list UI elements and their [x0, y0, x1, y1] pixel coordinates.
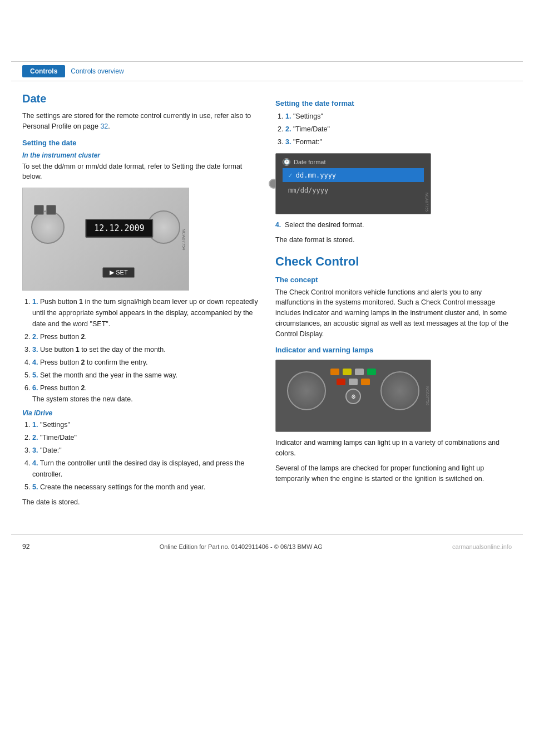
concept-title: The concept [275, 276, 512, 284]
step4-format: 4. Select the desired format. [275, 220, 512, 230]
page-ref-link[interactable]: 32 [100, 122, 108, 130]
warn-gauge-right [380, 371, 419, 410]
format-step-2: 2. "Time/Date" [285, 124, 512, 135]
df-title-bar: 🕐 Date format [283, 158, 424, 166]
step-2: 2. Press button 2. [32, 331, 259, 342]
warn-watermark: NCA07756 [426, 386, 429, 405]
df-option2: mm/dd/yyyy [283, 184, 424, 197]
instrument-cluster-image: 12.12.2009 ▶ SET NCA07754 [22, 188, 189, 291]
date-format-image-container: 🕐 Date format ✓ dd.mm.yyyy mm/dd/yyyy NC… [275, 153, 431, 214]
cluster-gauge-left [31, 210, 65, 244]
date-format-dialog: 🕐 Date format ✓ dd.mm.yyyy mm/dd/yyyy NC… [275, 153, 431, 214]
setting-date-format-title: Setting the date format [275, 99, 512, 107]
format-step-1: 1. "Settings" [285, 111, 512, 122]
warning-text1: Indicator and warning lamps can light up… [275, 438, 512, 459]
instrument-steps-list: 1. Push button 1 in the turn signal/high… [22, 296, 259, 405]
right-column: Setting the date format 1. "Settings" 2.… [275, 92, 512, 512]
cluster-btn-2 [46, 205, 56, 215]
warn-lamp-2 [343, 369, 352, 375]
step-3: 3. Use button 1 to set the day of the mo… [32, 344, 259, 355]
warn-lamp-4 [367, 369, 376, 375]
page-number: 92 [22, 543, 29, 551]
warn-lamp-3 [355, 369, 364, 375]
warn-row-2 [337, 379, 370, 385]
footer-copyright: Online Edition for Part no. 01402911406 … [29, 543, 452, 550]
df-selected-option: ✓ dd.mm.yyyy [283, 168, 424, 182]
df-icon: 🕐 [283, 158, 290, 166]
indicator-warning-title: Indicator and warning lamps [275, 346, 512, 354]
warn-row-1 [330, 369, 376, 375]
check-control-title: Check Control [275, 254, 512, 269]
step-1: 1. Push button 1 in the turn signal/high… [32, 296, 259, 330]
step-4: 4. Press button 2 to confirm the entry. [32, 357, 259, 368]
cluster-bg: 12.12.2009 ▶ SET NCA07754 [23, 188, 189, 290]
idrive-step-2: 2. "Time/Date" [32, 432, 259, 443]
warn-lamp-5 [337, 379, 345, 385]
warn-lamp-1 [330, 369, 339, 375]
format-steps-list: 1. "Settings" 2. "Time/Date" 3. "Format:… [275, 111, 512, 148]
section-label: Controls [22, 65, 65, 77]
idrive-step-5: 5. Create the necessary settings for the… [32, 482, 259, 493]
idrive-step-1: 1. "Settings" [32, 419, 259, 430]
cluster-set-label: ▶ SET [102, 267, 135, 278]
setting-date-title: Setting the date [22, 139, 259, 147]
warning-lamps-image: ⚙ NCA07756 [275, 360, 431, 432]
date-section-title: Date [22, 92, 259, 105]
breadcrumb-bar: Controls Controls overview [11, 61, 523, 81]
main-content: Date The settings are stored for the rem… [11, 81, 523, 523]
idrive-step-4: 4. Turn the controller until the desired… [32, 458, 259, 480]
warn-center: ⚙ [330, 369, 376, 404]
cluster-buttons [34, 205, 56, 215]
instrument-cluster-text: To set the dd/mm or mm/dd date format, r… [22, 161, 259, 183]
warn-circle: ⚙ [345, 389, 361, 404]
cluster-btn-1 [34, 205, 44, 215]
step-6: 6. Press button 2.The system stores the … [32, 382, 259, 405]
concept-text: The Check Control monitors vehicle funct… [275, 287, 512, 340]
via-idrive-subtitle: Via iDrive [22, 409, 259, 417]
warn-lamp-7 [361, 379, 370, 385]
left-column: Date The settings are stored for the rem… [22, 92, 259, 512]
cluster-side-label: NCA07754 [181, 228, 186, 250]
date-stored-text: The date is stored. [22, 497, 259, 508]
idrive-steps-list: 1. "Settings" 2. "Time/Date" 3. "Date:" … [22, 419, 259, 493]
breadcrumb-text: Controls overview [71, 67, 123, 75]
warning-text2: Several of the lamps are checked for pro… [275, 463, 512, 484]
footer-logo: carmanualsonline.info [452, 543, 512, 550]
df-watermark: NCA07755 [425, 193, 429, 212]
cluster-display: 12.12.2009 [85, 219, 153, 238]
idrive-step-3: 3. "Date:" [32, 445, 259, 456]
intro-text: The settings are stored for the remote c… [22, 111, 259, 132]
format-stored-text: The date format is stored. [275, 235, 512, 246]
format-step-3: 3. "Format:" [285, 136, 512, 148]
warn-gauge-left [287, 371, 326, 410]
df-checkmark: ✓ [288, 171, 293, 179]
step-5: 5. Set the month and the year in the sam… [32, 370, 259, 381]
instrument-cluster-subtitle: In the instrument cluster [22, 151, 259, 159]
page-footer: 92 Online Edition for Part no. 014029114… [11, 534, 523, 558]
warn-lamp-6 [349, 379, 358, 385]
